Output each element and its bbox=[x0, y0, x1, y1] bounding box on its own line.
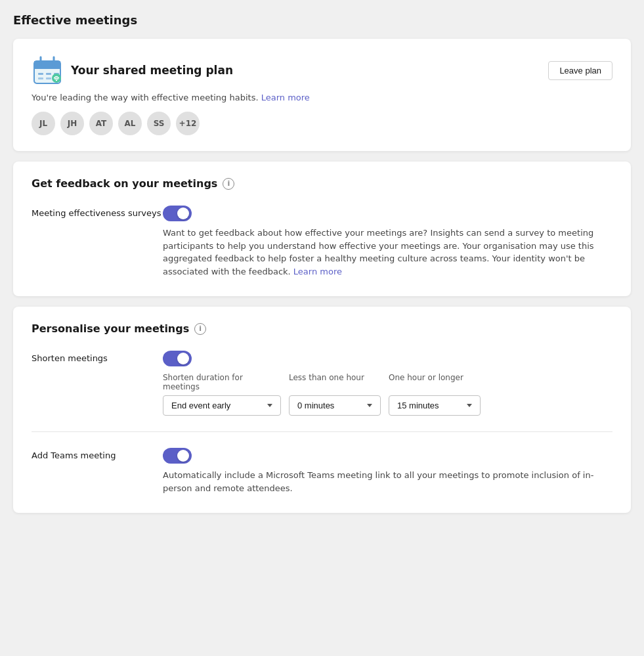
feedback-card: Get feedback on your meetings i Meeting … bbox=[13, 162, 631, 296]
plan-description-text: You're leading the way with effective me… bbox=[32, 93, 259, 102]
plan-description: You're leading the way with effective me… bbox=[32, 93, 612, 102]
avatar-ss: SS bbox=[147, 112, 171, 135]
shorten-duration-label: Shorten duration for meetings bbox=[163, 373, 281, 391]
end-event-early-chevron bbox=[267, 404, 272, 407]
fifteen-minutes-dropdown[interactable]: 15 minutes bbox=[389, 395, 481, 416]
svg-rect-5 bbox=[38, 73, 43, 75]
personalise-info-icon[interactable]: i bbox=[194, 323, 206, 335]
add-teams-content: Automatically include a Microsoft Teams … bbox=[163, 448, 612, 494]
svg-rect-8 bbox=[38, 77, 43, 79]
toggle-track bbox=[163, 206, 192, 221]
leave-plan-button[interactable]: Leave plan bbox=[548, 61, 612, 80]
effectiveness-surveys-row: Meeting effectiveness surveys Want to ge… bbox=[32, 203, 612, 280]
svg-point-11 bbox=[56, 79, 57, 81]
feedback-section-title: Get feedback on your meetings bbox=[32, 177, 217, 190]
add-teams-toggle[interactable] bbox=[163, 448, 192, 464]
shorten-meetings-label: Shorten meetings bbox=[32, 351, 163, 363]
shorten-meetings-content: Shorten duration for meetings Less than … bbox=[163, 351, 612, 416]
effectiveness-toggle[interactable] bbox=[163, 206, 192, 221]
shorten-toggle-wrapper bbox=[163, 351, 612, 366]
shorten-toggle[interactable] bbox=[163, 351, 192, 366]
add-teams-toggle-track bbox=[163, 448, 192, 464]
feedback-section-header: Get feedback on your meetings i bbox=[32, 177, 612, 190]
effectiveness-surveys-label: Meeting effectiveness surveys bbox=[32, 206, 163, 218]
personalise-section-header: Personalise your meetings i bbox=[32, 322, 612, 335]
effectiveness-description: Want to get feedback about how effective… bbox=[163, 227, 612, 278]
zero-minutes-label: 0 minutes bbox=[297, 401, 334, 410]
svg-rect-9 bbox=[46, 77, 51, 79]
shorten-toggle-track bbox=[163, 351, 192, 366]
shared-meeting-plan-card: Your shared meeting plan Leave plan You'… bbox=[13, 39, 631, 151]
toggle-thumb bbox=[177, 208, 189, 219]
shorten-toggle-thumb bbox=[177, 353, 189, 364]
fifteen-minutes-label: 15 minutes bbox=[397, 401, 439, 410]
plan-header-left: Your shared meeting plan bbox=[32, 55, 233, 86]
add-teams-row: Add Teams meeting Automatically include … bbox=[32, 445, 612, 497]
avatar-more: +12 bbox=[176, 112, 200, 135]
section-divider bbox=[32, 431, 612, 432]
personalise-card: Personalise your meetings i Shorten meet… bbox=[13, 307, 631, 513]
end-event-early-dropdown[interactable]: End event early bbox=[163, 395, 281, 416]
add-teams-label: Add Teams meeting bbox=[32, 448, 163, 460]
avatar-jh: JH bbox=[60, 112, 84, 135]
end-event-early-label: End event early bbox=[171, 401, 230, 410]
one-hour-longer-label: One hour or longer bbox=[389, 373, 481, 391]
plan-title: Your shared meeting plan bbox=[71, 64, 233, 77]
page-title: Effective meetings bbox=[13, 13, 631, 27]
calendar-icon bbox=[32, 55, 63, 86]
avatar-al: AL bbox=[118, 112, 142, 135]
svg-rect-6 bbox=[46, 73, 51, 75]
less-than-hour-label: Less than one hour bbox=[289, 373, 381, 391]
zero-minutes-dropdown[interactable]: 0 minutes bbox=[289, 395, 381, 416]
shorten-dropdowns: End event early 0 minutes 15 minutes bbox=[163, 395, 612, 416]
shorten-controls: Shorten duration for meetings Less than … bbox=[163, 373, 612, 416]
feedback-learn-more-link[interactable]: Learn more bbox=[293, 267, 342, 276]
zero-minutes-chevron bbox=[367, 404, 372, 407]
plan-learn-more-link[interactable]: Learn more bbox=[261, 93, 310, 102]
add-teams-toggle-wrapper bbox=[163, 448, 612, 464]
feedback-info-icon[interactable]: i bbox=[223, 178, 234, 190]
plan-header: Your shared meeting plan Leave plan bbox=[32, 55, 612, 86]
effectiveness-surveys-content: Want to get feedback about how effective… bbox=[163, 206, 612, 278]
add-teams-description: Automatically include a Microsoft Teams … bbox=[163, 469, 612, 494]
avatar-at: AT bbox=[89, 112, 113, 135]
shorten-labels: Shorten duration for meetings Less than … bbox=[163, 373, 612, 391]
fifteen-minutes-chevron bbox=[467, 404, 472, 407]
add-teams-toggle-thumb bbox=[177, 450, 189, 462]
svg-rect-2 bbox=[34, 66, 60, 69]
avatar-jl: JL bbox=[32, 112, 55, 135]
effectiveness-toggle-wrapper bbox=[163, 206, 612, 221]
avatars-container: JL JH AT AL SS +12 bbox=[32, 112, 612, 135]
shorten-meetings-row: Shorten meetings Shorten duration for me… bbox=[32, 348, 612, 418]
personalise-section-title: Personalise your meetings bbox=[32, 322, 189, 335]
